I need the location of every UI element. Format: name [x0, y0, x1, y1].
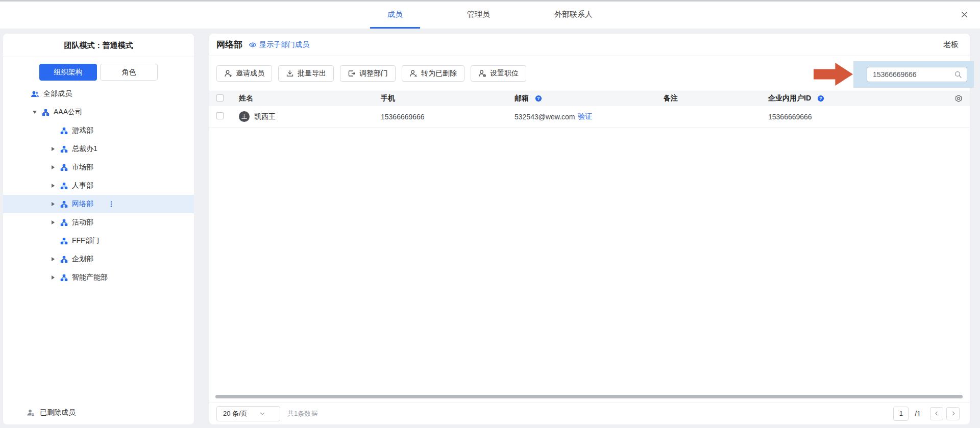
horizontal-scrollbar[interactable]	[215, 395, 963, 398]
search-input[interactable]	[873, 70, 954, 79]
header-label: 备注	[664, 94, 678, 102]
move-to-deleted-icon	[409, 69, 418, 78]
tab-1[interactable]: 管理员	[450, 0, 507, 29]
select-all-checkbox[interactable]	[216, 94, 224, 102]
header-label: 邮箱	[514, 94, 529, 103]
tree-item-7[interactable]: 活动部	[3, 213, 194, 232]
row-checkbox[interactable]	[216, 112, 224, 119]
tree-item-label: 活动部	[72, 218, 93, 227]
tree-item-4[interactable]: 市场部	[3, 158, 194, 177]
email-value: 532543@wew.com	[514, 113, 575, 121]
tree-caret-spacer	[50, 238, 56, 243]
settings-icon[interactable]	[954, 94, 963, 103]
deleted-members-item[interactable]: 已删除成员	[27, 408, 76, 417]
top-header: 成员管理员外部联系人	[0, 0, 980, 29]
owner-label: 老板	[943, 40, 959, 49]
toolbar-button-0[interactable]: 邀请成员	[216, 65, 272, 82]
next-page-button[interactable]	[946, 407, 960, 420]
deleted-member-icon	[27, 409, 35, 417]
svg-text:?: ?	[537, 96, 540, 101]
header-checkbox-cell	[216, 94, 239, 103]
close-icon[interactable]	[957, 7, 972, 22]
tree-caret-icon[interactable]	[32, 110, 38, 115]
department-icon	[60, 127, 68, 135]
member-name: 凯西王	[254, 112, 276, 121]
verify-link[interactable]: 验证	[578, 112, 593, 121]
tree-item-2[interactable]: 游戏部	[3, 121, 194, 140]
table-body: 王凯西王15366669666532543@wew.com验证153666696…	[209, 106, 970, 128]
tab-label: 管理员	[467, 10, 490, 19]
tree-item-5[interactable]: 人事部	[3, 177, 194, 195]
tree-item-label: 全部成员	[43, 89, 72, 98]
department-icon	[60, 145, 68, 153]
team-mode-title: 团队模式：普通模式	[3, 34, 194, 57]
help-icon[interactable]: ?	[817, 95, 824, 102]
tree-caret-icon[interactable]	[50, 220, 56, 225]
table-row: 王凯西王15366669666532543@wew.com验证153666696…	[209, 106, 970, 128]
show-subdept-members-link[interactable]: 显示子部门成员	[249, 40, 309, 49]
search-icon[interactable]	[954, 70, 962, 79]
tree-caret-icon[interactable]	[50, 183, 56, 188]
tree-caret-icon[interactable]	[50, 146, 56, 152]
tree-item-0[interactable]: 全部成员	[3, 85, 194, 103]
tree-caret-icon[interactable]	[50, 257, 56, 262]
tree-item-label: 智能产能部	[72, 273, 108, 282]
table-header-row: 姓名手机邮箱?备注企业内用户ID?	[209, 91, 970, 106]
tree-item-8[interactable]: FFF部门	[3, 232, 194, 250]
toolbar-button-4[interactable]: 设置职位	[471, 65, 526, 82]
department-icon	[60, 274, 68, 282]
tree-item-label: FFF部门	[72, 236, 100, 245]
avatar: 王	[239, 111, 250, 122]
header-cell-2: 邮箱?	[514, 94, 664, 103]
tab-2[interactable]: 外部联系人	[537, 0, 610, 29]
show-subdept-members-label: 显示子部门成员	[259, 40, 309, 49]
row-checkbox-cell	[216, 112, 239, 121]
help-icon[interactable]: ?	[535, 95, 542, 102]
search-box	[867, 67, 967, 82]
email-cell: 532543@wew.com验证	[514, 112, 664, 121]
table-empty-area	[209, 128, 970, 395]
tree-caret-icon[interactable]	[50, 202, 56, 207]
mode-switch: 组织架构角色	[3, 64, 194, 81]
kebab-menu-icon[interactable]	[108, 200, 115, 208]
page-number-input[interactable]	[893, 407, 909, 421]
header-label: 手机	[381, 94, 395, 102]
department-icon	[60, 182, 68, 190]
prev-page-button[interactable]	[930, 407, 943, 420]
tree-item-1[interactable]: AAA公司	[3, 103, 194, 121]
tree-item-label: 市场部	[72, 163, 93, 172]
panel-header: 网络部 显示子部门成员 老板	[209, 34, 970, 56]
tree-caret-icon[interactable]	[50, 275, 56, 280]
tree-item-label: 总裁办1	[72, 144, 97, 154]
tab-0[interactable]: 成员	[370, 0, 420, 29]
tree-item-9[interactable]: 企划部	[3, 250, 194, 268]
pager: /1	[893, 407, 960, 421]
page-size-value: 20 条/页	[223, 409, 250, 418]
user-id-cell: 15366669666	[768, 113, 940, 121]
toolbar-button-2[interactable]: 调整部门	[340, 65, 396, 82]
toolbar-button-label: 设置职位	[490, 69, 519, 78]
tree-item-10[interactable]: 智能产能部	[3, 268, 194, 287]
tree-caret-icon[interactable]	[50, 165, 56, 170]
chevron-down-icon	[250, 410, 276, 417]
tree-item-3[interactable]: 总裁办1	[3, 140, 194, 158]
tree-item-label: AAA公司	[54, 108, 82, 117]
tab-label: 外部联系人	[554, 10, 593, 19]
phone-cell: 15366669666	[381, 113, 514, 121]
department-icon	[60, 237, 68, 245]
mode-button-1[interactable]: 角色	[100, 64, 158, 81]
toolbar-button-3[interactable]: 转为已删除	[402, 65, 464, 82]
header-settings-cell	[940, 94, 963, 103]
toolbar-button-label: 邀请成员	[236, 69, 264, 78]
org-tree: 全部成员AAA公司游戏部总裁办1市场部人事部网络部活动部FFF部门企划部智能产能…	[3, 85, 194, 287]
header-label: 企业内用户ID	[768, 94, 811, 103]
mode-button-0[interactable]: 组织架构	[39, 64, 97, 81]
tree-item-6[interactable]: 网络部	[3, 195, 194, 213]
total-count-label: 共1条数据	[287, 409, 317, 418]
deleted-members-label: 已删除成员	[40, 408, 76, 417]
team-icon	[31, 90, 39, 98]
toolbar-button-1[interactable]: 批量导出	[278, 65, 334, 82]
page-size-select[interactable]: 20 条/页	[216, 406, 280, 421]
toolbar-button-label: 调整部门	[359, 69, 388, 78]
eye-icon	[249, 41, 257, 49]
